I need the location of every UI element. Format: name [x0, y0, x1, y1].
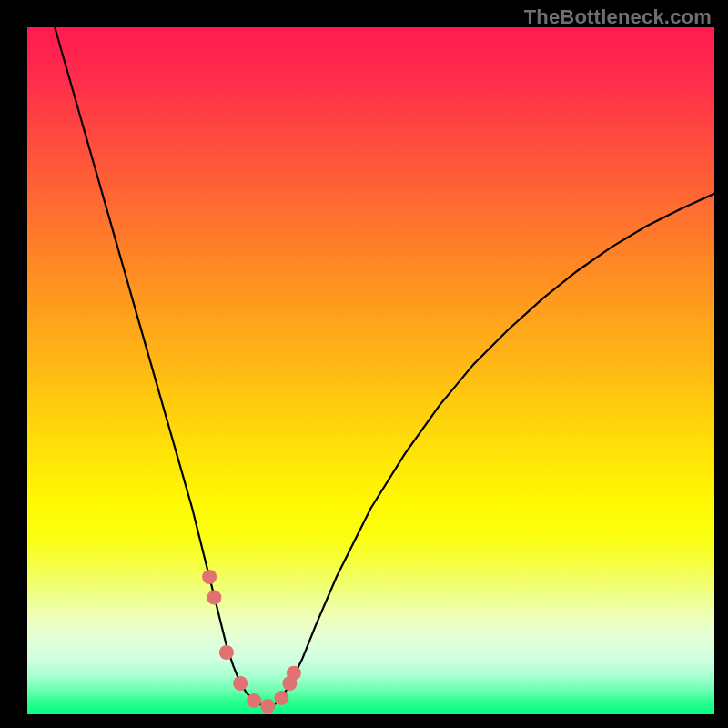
highlight-point — [260, 699, 275, 713]
watermark-text: TheBottleneck.com — [524, 5, 712, 29]
highlight-point — [207, 591, 221, 605]
bottleneck-curve-line — [55, 27, 714, 706]
highlight-point — [233, 676, 248, 691]
chart-plot-area — [27, 27, 714, 714]
highlight-point — [202, 570, 217, 584]
highlight-point — [287, 666, 301, 681]
highlight-point — [219, 645, 234, 660]
highlight-point — [274, 691, 288, 705]
highlight-point — [247, 693, 261, 708]
chart-svg — [27, 27, 714, 714]
